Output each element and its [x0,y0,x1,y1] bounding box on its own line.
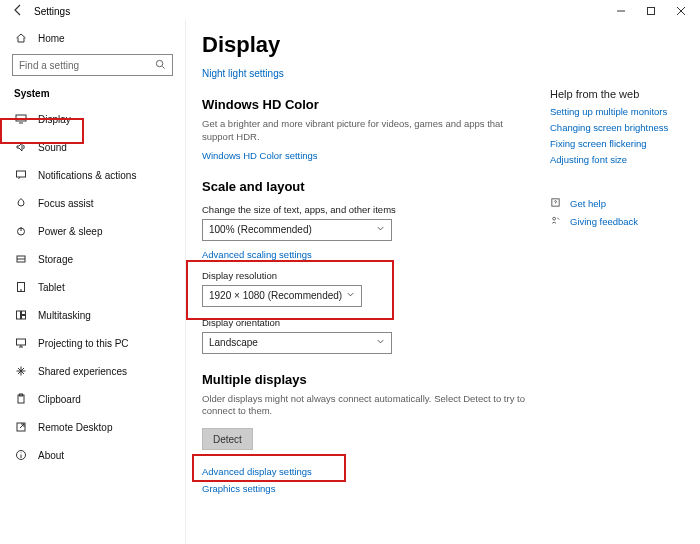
sidebar-home[interactable]: Home [0,24,185,52]
help-link[interactable]: Setting up multiple monitors [550,106,690,117]
about-icon [14,449,28,461]
back-icon[interactable] [12,4,24,18]
sidebar-home-label: Home [38,33,65,44]
sidebar-item-label: Power & sleep [38,226,102,237]
hd-color-desc: Get a brighter and more vibrant picture … [202,118,532,144]
search-input[interactable]: Find a setting [12,54,173,76]
projecting-icon [14,337,28,349]
chevron-down-icon [376,224,385,235]
sidebar-item-label: Projecting to this PC [38,338,129,349]
scale-select[interactable]: 100% (Recommended) [202,219,392,241]
resolution-select[interactable]: 1920 × 1080 (Recommended) [202,285,362,307]
multiple-displays-desc: Older displays might not always connect … [202,393,532,419]
sidebar-item-label: Tablet [38,282,65,293]
resolution-label: Display resolution [202,270,532,281]
hd-color-link[interactable]: Windows HD Color settings [202,150,532,161]
help-link[interactable]: Fixing screen flickering [550,138,690,149]
orientation-value: Landscape [209,337,258,348]
svg-point-17 [553,217,556,220]
svg-rect-3 [17,171,26,177]
power-icon [14,225,28,237]
sidebar-item-tablet[interactable]: Tablet [0,273,185,301]
sidebar-item-label: Remote Desktop [38,422,112,433]
sidebar-item-label: Focus assist [38,198,94,209]
sidebar-item-shared[interactable]: Shared experiences [0,357,185,385]
get-help-link[interactable]: Get help [550,197,690,210]
home-icon [14,32,28,44]
storage-icon [14,253,28,265]
sidebar-item-power[interactable]: Power & sleep [0,217,185,245]
svg-rect-10 [22,316,26,320]
display-icon [14,113,28,125]
sidebar: Home Find a setting System Display Sound… [0,20,186,544]
sidebar-item-display[interactable]: Display [0,105,185,133]
help-heading: Help from the web [550,88,690,100]
titlebar: Settings [0,0,700,20]
sidebar-item-multitasking[interactable]: Multitasking [0,301,185,329]
window-title: Settings [34,6,70,17]
close-button[interactable] [666,2,696,20]
chevron-down-icon [376,337,385,348]
sidebar-item-label: Notifications & actions [38,170,136,181]
hd-color-heading: Windows HD Color [202,97,532,112]
graphics-settings-link[interactable]: Graphics settings [202,483,532,494]
sidebar-item-label: Display [38,114,71,125]
scale-value: 100% (Recommended) [209,224,312,235]
sidebar-item-sound[interactable]: Sound [0,133,185,161]
shared-icon [14,365,28,377]
search-icon [155,59,166,72]
sidebar-item-label: About [38,450,64,461]
notifications-icon [14,169,28,181]
feedback-icon [550,215,564,228]
remote-icon [14,421,28,433]
window-controls [606,2,696,20]
svg-rect-2 [16,115,26,121]
page-title: Display [202,32,532,58]
sidebar-item-label: Sound [38,142,67,153]
advanced-display-link[interactable]: Advanced display settings [202,466,532,477]
chevron-down-icon [346,290,355,301]
multitasking-icon [14,309,28,321]
main-content: Display Night light settings Windows HD … [202,28,532,544]
scale-label: Change the size of text, apps, and other… [202,204,532,215]
sidebar-section-system: System [0,84,185,105]
svg-rect-9 [22,311,26,315]
help-icon [550,197,564,210]
sidebar-item-label: Storage [38,254,73,265]
sidebar-item-remote[interactable]: Remote Desktop [0,413,185,441]
maximize-button[interactable] [636,2,666,20]
sidebar-item-focus-assist[interactable]: Focus assist [0,189,185,217]
sidebar-item-label: Multitasking [38,310,91,321]
svg-rect-8 [17,311,21,319]
advanced-scaling-link[interactable]: Advanced scaling settings [202,249,532,260]
sidebar-item-clipboard[interactable]: Clipboard [0,385,185,413]
multiple-displays-heading: Multiple displays [202,372,532,387]
tablet-icon [14,281,28,293]
sidebar-item-notifications[interactable]: Notifications & actions [0,161,185,189]
sidebar-item-label: Shared experiences [38,366,127,377]
give-feedback-link[interactable]: Giving feedback [550,215,690,228]
focus-assist-icon [14,197,28,209]
help-panel: Help from the web Setting up multiple mo… [532,28,700,544]
svg-point-1 [156,60,162,66]
orientation-select[interactable]: Landscape [202,332,392,354]
resolution-value: 1920 × 1080 (Recommended) [209,290,342,301]
orientation-label: Display orientation [202,317,532,328]
scale-heading: Scale and layout [202,179,532,194]
svg-rect-0 [648,8,655,15]
help-link[interactable]: Changing screen brightness [550,122,690,133]
svg-rect-11 [17,339,26,345]
minimize-button[interactable] [606,2,636,20]
sidebar-item-storage[interactable]: Storage [0,245,185,273]
sidebar-item-about[interactable]: About [0,441,185,469]
clipboard-icon [14,393,28,405]
sidebar-item-projecting[interactable]: Projecting to this PC [0,329,185,357]
night-light-link[interactable]: Night light settings [202,68,532,79]
search-placeholder: Find a setting [19,60,79,71]
sidebar-item-label: Clipboard [38,394,81,405]
detect-button[interactable]: Detect [202,428,253,450]
help-link[interactable]: Adjusting font size [550,154,690,165]
svg-point-7 [21,290,22,291]
sound-icon [14,141,28,153]
